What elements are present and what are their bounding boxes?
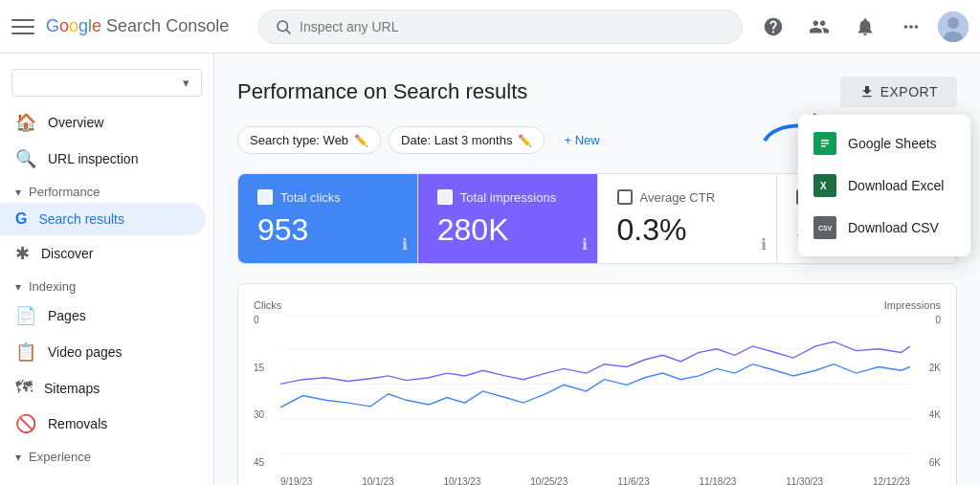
y-axis-right: 6K4K2K0: [914, 315, 941, 468]
app-layout: ▾ 🏠 Overview 🔍 URL inspection ▾ Performa…: [0, 54, 980, 485]
help-button[interactable]: [754, 8, 792, 46]
hamburger-button[interactable]: [11, 15, 34, 38]
svg-point-0: [278, 21, 288, 32]
metric-label: Total impressions: [437, 189, 578, 205]
svg-line-1: [286, 30, 290, 33]
metric-label: Total clicks: [257, 189, 398, 205]
svg-text:CSV: CSV: [818, 225, 833, 231]
impressions-line: [280, 342, 910, 384]
dropdown-item-label: Download Excel: [848, 178, 944, 193]
export-download-excel[interactable]: X Download Excel: [798, 165, 970, 207]
chevron-icon: ▾: [15, 451, 21, 464]
logo-text: Google Search Console: [46, 16, 229, 36]
checkbox-checked-icon: [257, 189, 273, 205]
topbar-actions: [754, 8, 969, 46]
new-filter-button[interactable]: + New: [552, 127, 611, 153]
search-nav-icon: 🔍: [15, 148, 36, 169]
section-label: Performance: [29, 185, 100, 199]
sidebar-item-search-results[interactable]: G Search results: [0, 203, 206, 235]
sidebar-item-url-inspection[interactable]: 🔍 URL inspection: [0, 141, 206, 177]
sidebar-item-video-pages[interactable]: 📋 Video pages: [0, 334, 206, 370]
metric-label: Average CTR: [617, 189, 758, 205]
new-btn-label: + New: [564, 133, 599, 147]
metric-average-ctr[interactable]: Average CTR 0.3% ℹ: [598, 174, 778, 263]
search-type-label: Search type: Web: [250, 133, 348, 147]
chart-right-axis-label: Impressions: [884, 299, 941, 311]
google-g-icon: G: [15, 210, 27, 228]
sitemaps-icon: 🗺: [15, 378, 33, 398]
app-logo: Google Search Console: [46, 16, 247, 36]
edit-icon: ✏️: [354, 134, 368, 147]
info-icon: ℹ: [402, 235, 408, 254]
checkbox-checked-icon: [437, 189, 453, 205]
search-bar[interactable]: [258, 10, 743, 44]
sidebar-item-label: Discover: [41, 246, 93, 261]
metric-value: 953: [257, 212, 398, 248]
sidebar-item-label: Search results: [38, 211, 123, 227]
section-header-experience[interactable]: ▾ Experience: [0, 442, 213, 468]
y-axis-left: 4530150: [254, 315, 277, 468]
clicks-line: [280, 364, 910, 408]
pages-icon: 📄: [15, 305, 36, 326]
export-btn-label: EXPORT: [880, 84, 938, 99]
export-button[interactable]: EXPORT: [840, 77, 957, 107]
sheets-icon: [813, 132, 836, 155]
section-header-performance[interactable]: ▾ Performance: [0, 177, 213, 203]
date-filter[interactable]: Date: Last 3 months ✏️: [389, 126, 545, 154]
chart-svg: [280, 315, 910, 454]
svg-text:X: X: [820, 181, 827, 191]
svg-point-3: [947, 17, 959, 29]
avatar-image: [938, 11, 969, 42]
sidebar-item-label: Removals: [48, 416, 107, 431]
main-content: Google Sheets X Download Excel CSV Downl…: [214, 54, 980, 485]
export-google-sheets[interactable]: Google Sheets: [798, 122, 970, 165]
section-label: Indexing: [29, 279, 76, 294]
export-icon: [859, 84, 875, 99]
share-button[interactable]: [800, 8, 838, 46]
sidebar-item-discover[interactable]: ✱ Discover: [0, 235, 206, 272]
property-select[interactable]: ▾: [11, 69, 202, 97]
section-header-indexing[interactable]: ▾ Indexing: [0, 272, 213, 298]
svg-rect-7: [821, 140, 829, 142]
sidebar: ▾ 🏠 Overview 🔍 URL inspection ▾ Performa…: [0, 54, 214, 485]
page-header: Performance on Search results EXPORT: [237, 77, 957, 107]
svg-rect-8: [821, 143, 829, 144]
metric-value: 0.3%: [617, 212, 758, 248]
sidebar-item-pages[interactable]: 📄 Pages: [0, 298, 206, 334]
home-icon: 🏠: [15, 112, 36, 133]
notifications-button[interactable]: [846, 8, 884, 46]
search-input[interactable]: [300, 19, 726, 34]
chevron-icon: ▾: [15, 280, 21, 294]
metric-total-clicks[interactable]: Total clicks 953 ℹ: [238, 174, 418, 263]
excel-icon: X: [813, 174, 836, 197]
sidebar-item-label: Video pages: [48, 344, 122, 360]
csv-icon: CSV: [813, 216, 836, 239]
svg-rect-9: [821, 145, 826, 147]
search-icon: [275, 18, 292, 35]
sidebar-item-removals[interactable]: 🚫 Removals: [0, 406, 206, 442]
metric-total-impressions[interactable]: Total impressions 280K ℹ: [418, 174, 598, 263]
dropdown-item-label: Google Sheets: [848, 136, 937, 151]
topbar: Google Search Console: [0, 0, 980, 54]
metric-value: 280K: [437, 212, 578, 248]
sidebar-item-label: URL inspection: [48, 151, 138, 166]
sidebar-item-sitemaps[interactable]: 🗺 Sitemaps: [0, 370, 206, 406]
date-label: Date: Last 3 months: [401, 133, 512, 147]
removals-icon: 🚫: [15, 413, 36, 434]
checkbox-unchecked-icon: [617, 189, 633, 205]
search-type-filter[interactable]: Search type: Web ✏️: [237, 126, 381, 154]
dropdown-item-label: Download CSV: [848, 220, 939, 235]
chart-wrap: 4530150 6K4K2K0: [254, 315, 941, 485]
sidebar-item-label: Sitemaps: [44, 381, 100, 396]
x-axis: 9/19/23 10/1/23 10/13/23 10/25/23 11/6/2…: [280, 476, 910, 485]
avatar[interactable]: [938, 11, 969, 42]
apps-button[interactable]: [892, 8, 930, 46]
export-dropdown: Google Sheets X Download Excel CSV Downl…: [798, 115, 970, 256]
sidebar-item-overview[interactable]: 🏠 Overview: [0, 104, 206, 141]
export-download-csv[interactable]: CSV Download CSV: [798, 207, 970, 249]
chart-left-axis-label: Clicks: [254, 299, 281, 311]
property-dropdown-icon: ▾: [183, 76, 189, 90]
discover-icon: ✱: [15, 243, 30, 264]
info-icon: ℹ: [761, 235, 767, 254]
info-icon: ℹ: [582, 235, 588, 254]
